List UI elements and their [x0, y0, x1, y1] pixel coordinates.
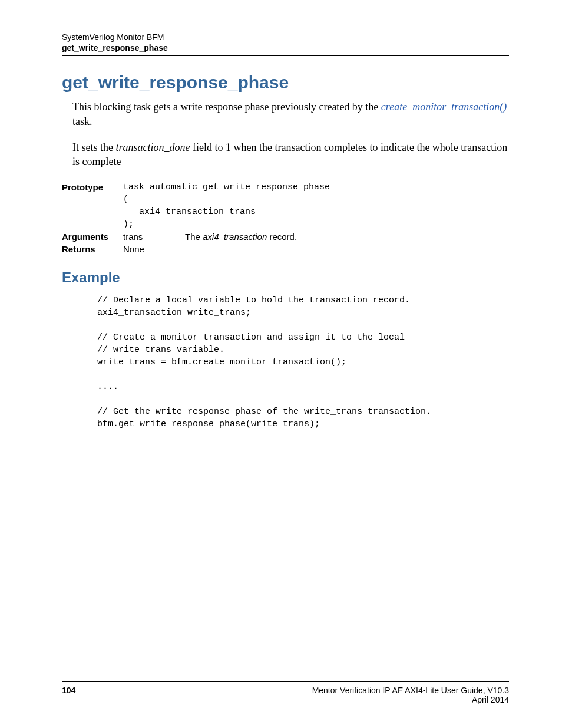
argument-description: The axi4_transaction record. [185, 230, 297, 243]
running-header-line1: SystemVerilog Monitor BFM [62, 32, 509, 42]
footer-date: April 2014 [312, 695, 509, 704]
prototype-row: Prototype task automatic get_write_respo… [62, 181, 509, 230]
page-number: 104 [62, 686, 75, 704]
para2: It sets the transaction_done field to 1 … [72, 140, 509, 169]
returns-label: Returns [62, 243, 123, 255]
footer-right: Mentor Verification IP AE AXI4-Lite User… [312, 686, 509, 704]
footer-guide: Mentor Verification IP AE AXI4-Lite User… [312, 686, 509, 695]
prototype-label: Prototype [62, 181, 123, 193]
intro-text-before: This blocking task gets a write response… [72, 101, 381, 113]
para2-before: It sets the [72, 141, 116, 153]
running-header-line2: get_write_response_phase [62, 42, 509, 53]
running-header: SystemVerilog Monitor BFM get_write_resp… [62, 32, 509, 56]
argument-name: trans [123, 230, 185, 243]
intro-paragraph: This blocking task gets a write response… [72, 100, 509, 129]
arg-desc-before: The [185, 232, 203, 242]
arg-desc-after: record. [267, 232, 297, 242]
arguments-label: Arguments [62, 230, 123, 243]
page-footer: 104 Mentor Verification IP AE AXI4-Lite … [62, 681, 509, 704]
arguments-content: trans The axi4_transaction record. [123, 230, 509, 243]
page-container: SystemVerilog Monitor BFM get_write_resp… [0, 0, 562, 728]
example-code-block: // Declare a local variable to hold the … [97, 294, 509, 430]
definition-block: Prototype task automatic get_write_respo… [62, 181, 509, 255]
arg-desc-ital: axi4_transaction [203, 232, 267, 242]
arguments-row: Arguments trans The axi4_transaction rec… [62, 230, 509, 243]
returns-row: Returns None [62, 243, 509, 255]
prototype-code: task automatic get_write_response_phase … [123, 181, 509, 230]
intro-text-after: task. [72, 116, 92, 127]
create-monitor-transaction-link[interactable]: create_monitor_transaction() [381, 101, 507, 113]
para2-ital: transaction_done [116, 141, 190, 153]
section-title: get_write_response_phase [62, 73, 509, 93]
example-heading: Example [62, 269, 509, 286]
returns-value: None [123, 243, 509, 255]
